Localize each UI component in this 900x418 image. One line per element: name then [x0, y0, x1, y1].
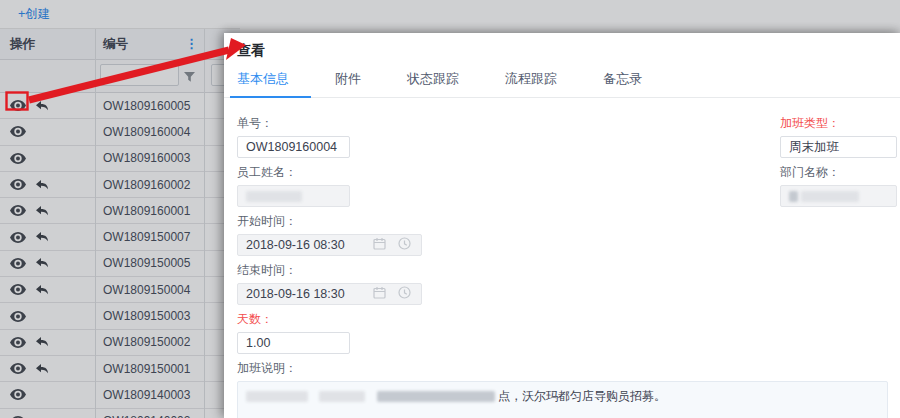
end-time-input[interactable]: 2018-09-16 18:30 — [237, 283, 422, 305]
days-input[interactable]: 1.00 — [237, 332, 350, 354]
view-drawer: 查看 基本信息附件状态跟踪流程跟踪备忘录 单号： OW1809160004 员工… — [224, 33, 900, 418]
ot-type-label: 加班类型： — [780, 115, 897, 132]
dept-name-input[interactable] — [780, 185, 897, 207]
datetime-icons — [373, 286, 413, 302]
redacted-text — [319, 391, 365, 402]
field-days: 天数： 1.00 — [237, 311, 888, 354]
ot-note-textarea[interactable]: 点，沃尔玛都匀店导购员招募。 — [237, 381, 888, 418]
redacted-text — [246, 391, 308, 402]
tab-附件[interactable]: 附件 — [335, 70, 361, 97]
redacted-text — [377, 391, 495, 402]
dept-name-label: 部门名称： — [780, 164, 897, 181]
calendar-icon[interactable] — [373, 286, 386, 302]
panel-title: 查看 — [237, 42, 900, 60]
ot-note-visible-text: 点，沃尔玛都匀店导购员招募。 — [498, 389, 666, 403]
start-time-value: 2018-09-16 08:30 — [246, 238, 345, 252]
redacted-value — [246, 191, 302, 202]
calendar-icon[interactable] — [373, 237, 386, 253]
redacted-value — [801, 191, 859, 202]
ot-note-label: 加班说明： — [237, 360, 888, 377]
tab-流程跟踪[interactable]: 流程跟踪 — [505, 70, 557, 97]
field-ot-type: 加班类型： 周末加班 — [780, 115, 897, 158]
datetime-icons — [373, 237, 413, 253]
clock-icon[interactable] — [398, 286, 411, 302]
field-dept-name: 部门名称： — [780, 164, 897, 207]
field-end-time: 结束时间： 2018-09-16 18:30 — [237, 262, 888, 305]
emp-name-input[interactable] — [237, 185, 350, 207]
tab-基本信息[interactable]: 基本信息 — [237, 70, 289, 97]
ot-type-input[interactable]: 周末加班 — [780, 136, 897, 158]
tab-bar: 基本信息附件状态跟踪流程跟踪备忘录 — [224, 70, 900, 98]
field-start-time: 开始时间： 2018-09-16 08:30 — [237, 213, 888, 256]
end-time-value: 2018-09-16 18:30 — [246, 287, 345, 301]
tab-状态跟踪[interactable]: 状态跟踪 — [407, 70, 459, 97]
start-time-input[interactable]: 2018-09-16 08:30 — [237, 234, 422, 256]
basic-info-form: 单号： OW1809160004 员工姓名： 开始时间： 2018-09-16 … — [224, 98, 900, 418]
tab-备忘录[interactable]: 备忘录 — [603, 70, 642, 97]
order-no-input[interactable]: OW1809160004 — [237, 136, 350, 158]
clock-icon[interactable] — [398, 237, 411, 253]
form-right-column: 加班类型： 周末加班 部门名称： — [780, 115, 897, 213]
days-label: 天数： — [237, 311, 888, 328]
field-ot-note: 加班说明： 点，沃尔玛都匀店导购员招募。 — [237, 360, 888, 418]
start-time-label: 开始时间： — [237, 213, 888, 230]
end-time-label: 结束时间： — [237, 262, 888, 279]
redacted-value — [789, 191, 798, 202]
